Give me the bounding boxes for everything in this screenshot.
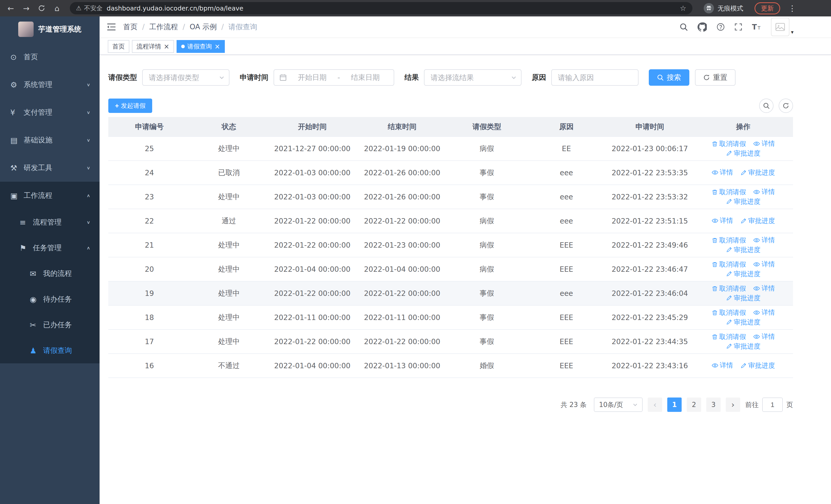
cell-status: 通过: [191, 209, 267, 233]
cancel-leave-link[interactable]: 取消请假: [712, 308, 746, 317]
cancel-leave-link[interactable]: 取消请假: [712, 139, 746, 148]
start-date-placeholder[interactable]: 开始日期: [289, 72, 336, 82]
date-range-picker[interactable]: 开始日期 - 结束日期: [274, 69, 394, 86]
reset-button[interactable]: 重置: [695, 69, 736, 86]
page-button[interactable]: 1: [667, 397, 682, 412]
breadcrumb-item[interactable]: 工作流程: [149, 22, 185, 32]
help-icon[interactable]: [717, 23, 725, 31]
url-text[interactable]: dashboard.yudao.iocoder.cn/bpm/oa/leave: [107, 5, 676, 12]
page-button[interactable]: 3: [706, 397, 721, 412]
detail-link[interactable]: 详情: [753, 236, 775, 244]
cancel-leave-link[interactable]: 取消请假: [712, 332, 746, 341]
detail-link[interactable]: 详情: [753, 308, 775, 317]
cancel-leave-link[interactable]: 取消请假: [712, 260, 746, 269]
sidebar-item[interactable]: ⊙ 首页: [0, 43, 99, 71]
approval-progress-link[interactable]: 审批进度: [726, 149, 761, 158]
fullscreen-icon[interactable]: [735, 23, 742, 31]
approval-progress-link[interactable]: 审批进度: [726, 318, 761, 327]
sidebar-item[interactable]: ♟ 请假查询: [0, 338, 99, 363]
font-size-icon[interactable]: [752, 23, 761, 31]
sidebar-item[interactable]: ≡ 流程管理 ∨: [0, 209, 99, 235]
cancel-leave-link[interactable]: 取消请假: [712, 284, 746, 293]
browser-menu-icon[interactable]: ⋮: [786, 4, 798, 13]
create-leave-button[interactable]: + 发起请假: [108, 98, 152, 113]
approval-progress-link[interactable]: 审批进度: [740, 168, 775, 177]
table-row[interactable]: 21 处理中 2022-01-22 00:00:00 2022-01-23 00…: [108, 233, 793, 257]
view-tab[interactable]: 请假查询 ×: [177, 40, 225, 53]
detail-link[interactable]: 详情: [753, 139, 775, 148]
breadcrumb-item[interactable]: OA 示例: [190, 22, 224, 32]
sidebar-item[interactable]: ✂ 已办任务: [0, 312, 99, 338]
address-bar[interactable]: ⚠ 不安全 dashboard.yudao.iocoder.cn/bpm/oa/…: [70, 2, 692, 14]
prev-page-button[interactable]: ‹: [648, 397, 662, 412]
sidebar-item[interactable]: ⚙ 系统管理 ∨: [0, 71, 99, 98]
refresh-table-icon[interactable]: [779, 98, 793, 113]
table-row[interactable]: 23 处理中 2022-01-03 00:00:00 2022-01-26 00…: [108, 185, 793, 209]
result-input[interactable]: [425, 73, 521, 82]
view-tab[interactable]: 流程详情 ×: [132, 40, 174, 53]
breadcrumb-item[interactable]: 首页: [123, 22, 144, 32]
sidebar-item[interactable]: ⚑ 任务管理 ∧: [0, 235, 99, 261]
approval-progress-link[interactable]: 审批进度: [726, 294, 761, 302]
detail-link[interactable]: 详情: [753, 284, 775, 293]
browser-back-icon[interactable]: ←: [4, 2, 18, 15]
approval-progress-link[interactable]: 审批进度: [726, 342, 761, 351]
cancel-leave-link[interactable]: 取消请假: [712, 187, 746, 197]
table-row[interactable]: 22 通过 2022-01-22 00:00:00 2022-01-22 00:…: [108, 209, 793, 233]
sidebar-item[interactable]: ✉ 我的流程: [0, 261, 99, 287]
browser-home-icon[interactable]: ⌂: [50, 2, 64, 15]
github-icon[interactable]: [697, 22, 707, 32]
app-logo[interactable]: 芋道管理系统: [0, 17, 99, 42]
view-tab[interactable]: 首页 ×: [108, 40, 130, 53]
browser-forward-icon[interactable]: →: [20, 2, 33, 15]
result-select[interactable]: [424, 69, 521, 86]
detail-link[interactable]: 详情: [712, 168, 733, 177]
approval-progress-link[interactable]: 审批进度: [726, 245, 761, 254]
sidebar-item[interactable]: ⚒ 研发工具 ∨: [0, 154, 99, 182]
approval-progress-link[interactable]: 审批进度: [740, 361, 775, 370]
approval-progress-link[interactable]: 审批进度: [726, 197, 761, 206]
table-row[interactable]: 17 处理中 2022-01-22 00:00:00 2022-01-22 00…: [108, 329, 793, 354]
approval-progress-link[interactable]: 审批进度: [740, 216, 775, 225]
detail-link[interactable]: 详情: [753, 260, 775, 269]
tab-close-icon[interactable]: ×: [214, 43, 220, 50]
table-row[interactable]: 16 不通过 2022-01-04 00:00:00 2022-01-13 00…: [108, 354, 793, 378]
sidebar-toggle-icon[interactable]: [99, 23, 123, 31]
toggle-search-icon[interactable]: [759, 98, 774, 113]
end-date-placeholder[interactable]: 结束日期: [342, 72, 389, 82]
goto-page-input[interactable]: [762, 397, 783, 412]
page-size-select[interactable]: 10条/页: [594, 397, 642, 412]
cell-leave-type: 事假: [447, 161, 526, 185]
browser-reload-icon[interactable]: [35, 2, 48, 15]
table-row[interactable]: 24 已取消 2022-01-03 00:00:00 2022-01-26 00…: [108, 161, 793, 185]
security-chip[interactable]: ⚠ 不安全: [76, 4, 103, 12]
tab-close-icon[interactable]: ×: [164, 43, 169, 50]
sidebar-item[interactable]: ◉ 待办任务: [0, 287, 99, 312]
leave-type-input[interactable]: [143, 73, 229, 82]
detail-link[interactable]: 详情: [712, 216, 733, 225]
leave-type-select[interactable]: [142, 69, 229, 86]
detail-link[interactable]: 详情: [753, 332, 775, 341]
reason-input[interactable]: [552, 73, 638, 82]
browser-update-button[interactable]: 更新: [754, 2, 780, 14]
search-button[interactable]: 搜索: [649, 69, 689, 86]
sidebar-item[interactable]: ¥ 支付管理 ∨: [0, 98, 99, 126]
detail-link[interactable]: 详情: [712, 361, 733, 370]
table-row[interactable]: 25 处理中 2021-12-27 00:00:00 2022-01-19 00…: [108, 137, 793, 161]
screen: ← → ⌂ ⚠ 不安全 dashboard.yudao.iocoder.cn/b…: [0, 0, 831, 504]
detail-link[interactable]: 详情: [753, 187, 775, 196]
sidebar-item[interactable]: ▤ 基础设施 ∨: [0, 126, 99, 154]
cancel-leave-link[interactable]: 取消请假: [712, 236, 746, 245]
approval-progress-link[interactable]: 审批进度: [726, 269, 761, 278]
bookmark-star-icon[interactable]: ☆: [680, 4, 686, 12]
table-row[interactable]: 19 处理中 2022-01-22 00:00:00 2022-01-22 00…: [108, 281, 793, 305]
table-row[interactable]: 18 处理中 2022-01-11 00:00:00 2022-01-11 00…: [108, 305, 793, 329]
sidebar-item[interactable]: ▣ 工作流程 ∧: [0, 182, 99, 209]
page-button[interactable]: 2: [687, 397, 701, 412]
next-page-button[interactable]: ›: [726, 397, 740, 412]
breadcrumb-item[interactable]: 请假查询: [228, 22, 257, 32]
table-row[interactable]: 20 处理中 2022-01-04 00:00:00 2022-01-04 00…: [108, 257, 793, 281]
reason-field[interactable]: [551, 69, 638, 86]
user-menu[interactable]: ▾: [771, 18, 794, 36]
search-icon[interactable]: [680, 23, 688, 31]
